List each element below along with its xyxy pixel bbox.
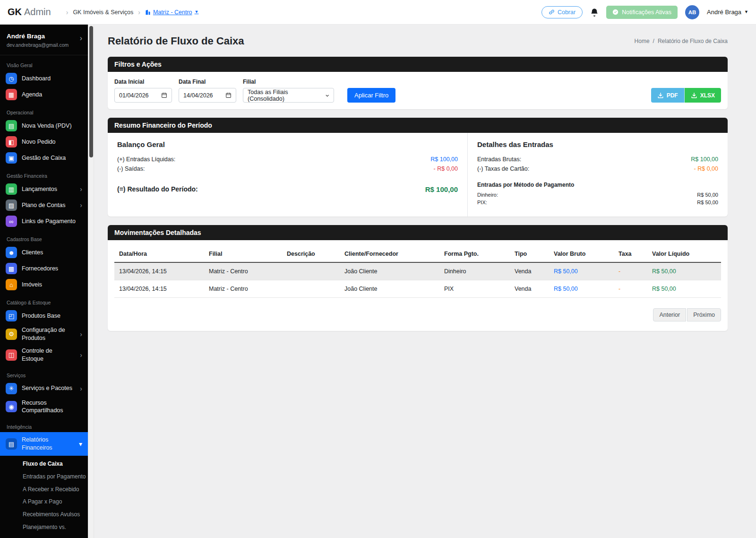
movements-card: Movimentações Detalhadas Data/Hora Filia… [108, 225, 728, 331]
col-filial: Filial [204, 246, 282, 262]
calendar-icon [161, 92, 167, 98]
balanco-title: Balanço Geral [117, 140, 458, 148]
sidebar-section-visao-geral: Visão Geral [0, 55, 88, 70]
next-page-button[interactable]: Próximo [687, 308, 721, 321]
sidebar-section-cadastros-base: Cadastros Base [0, 229, 88, 244]
table-row[interactable]: 13/04/2026, 14:15 Matriz - Centro João C… [114, 280, 721, 298]
cell-data-hora: 13/04/2026, 14:15 [114, 262, 204, 280]
suppliers-icon: ▩ [6, 263, 17, 274]
products-icon: ◰ [6, 310, 17, 321]
sidebar-item-produtos-base[interactable]: ◰ Produtos Base [0, 308, 88, 324]
taxas-cartao-label: (-) Taxas de Cartão: [477, 165, 529, 172]
payment-link-icon: ∞ [6, 216, 17, 227]
reports-icon: ▤ [6, 438, 17, 450]
breadcrumb-home-link[interactable]: Home [635, 38, 650, 44]
sidebar-item-plano-de-contas[interactable]: ▨ Plano de Contas › [0, 197, 88, 213]
breadcrumb-current: Relatório de Fluxo de Caixa [658, 38, 728, 44]
export-xlsx-button[interactable]: XLSX [685, 88, 721, 103]
table-row[interactable]: 13/04/2026, 14:15 Matriz - Centro João C… [114, 262, 721, 280]
inventory-icon: ◫ [6, 349, 17, 361]
sidebar-item-servicos-e-pacotes[interactable]: ✳ Serviços e Pacotes › [0, 381, 88, 397]
entradas-liquidas-value: R$ 100,00 [430, 156, 458, 163]
clients-icon: ☻ [6, 247, 17, 258]
resultado-label: (=) Resultado do Período: [117, 185, 198, 193]
cell-descricao [282, 280, 340, 298]
notification-bell-icon[interactable] [590, 8, 599, 17]
chart-of-accounts-icon: ▨ [6, 200, 17, 211]
sidebar-item-fornecedores[interactable]: ▩ Fornecedores [0, 260, 88, 277]
sidebar-item-nova-venda-pdv[interactable]: ▤ Nova Venda (PDV) [0, 118, 88, 134]
sidebar-item-label: Agenda [22, 91, 42, 99]
submenu-item-planejamento-vs[interactable]: Planejamento vs. [23, 521, 86, 534]
sidebar-item-label: Relatórios Financeiros [22, 436, 74, 452]
cell-valor-liquido: R$ 50,00 [647, 280, 721, 298]
submenu-item-fluxo-de-caixa[interactable]: Fluxo de Caixa [23, 458, 86, 470]
user-menu[interactable]: André Braga ▼ [707, 9, 748, 16]
col-taxa: Taxa [614, 246, 647, 262]
logo-primary: GK [8, 7, 22, 17]
notifications-label: Notificações Ativas [622, 9, 671, 16]
filters-card: Filtros e Ações Data Inicial 01/04/2026 … [108, 57, 728, 109]
apply-filter-button[interactable]: Aplicar Filtro [347, 88, 395, 103]
cell-valor-bruto: R$ 50,00 [549, 280, 614, 298]
taxas-cartao-value: - R$ 0,00 [694, 165, 718, 172]
col-data-hora: Data/Hora [114, 246, 204, 262]
branch-selector[interactable]: Matriz - Centro ▼ [145, 9, 199, 16]
check-circle-icon [612, 9, 619, 15]
sidebar-item-dashboard[interactable]: ◷ Dashboard [0, 70, 88, 87]
sidebar-section-servicos: Serviços [0, 365, 88, 381]
col-valor-liquido: Valor Líquido [647, 246, 721, 262]
chevron-down-icon [325, 93, 329, 98]
sidebar-item-agenda[interactable]: ▦ Agenda [0, 87, 88, 103]
sidebar-item-novo-pedido[interactable]: ◧ Novo Pedido [0, 134, 88, 150]
sidebar-item-clientes[interactable]: ☻ Clientes [0, 244, 88, 260]
sidebar-submenu: Fluxo de Caixa Entradas por Pagamento A … [0, 456, 88, 535]
sidebar-user-card[interactable]: André Braga dev.andrebraga@gmail.com › [0, 25, 88, 55]
sidebar-item-recursos-compartilhados[interactable]: ◉ Recursos Compartilhados [0, 397, 88, 417]
pagination: Anterior Próximo [114, 308, 721, 321]
sidebar-item-gestao-de-caixa[interactable]: ▣ Gestão de Caixa [0, 150, 88, 166]
sidebar-item-label: Lançamentos [22, 185, 57, 193]
submenu-item-recebimentos-avulsos[interactable]: Recebimentos Avulsos [23, 508, 86, 521]
submenu-item-entradas-por-pagamento[interactable]: Entradas por Pagamento [23, 470, 86, 483]
submenu-item-a-pagar-x-pago[interactable]: A Pagar x Pago [23, 495, 86, 508]
sidebar-item-label: Gestão de Caixa [22, 154, 66, 162]
filial-value: Todas as Filiais (Consolidado) [248, 89, 321, 102]
scrollbar-thumb[interactable] [89, 26, 93, 157]
chevron-right-icon: › [80, 385, 82, 392]
download-icon [691, 92, 697, 99]
avatar[interactable]: AB [685, 5, 699, 19]
sidebar-item-label: Fornecedores [22, 265, 58, 273]
entradas-liquidas-label: (+) Entradas Líquidas: [117, 156, 175, 163]
sidebar-section-inteligencia: Inteligência [0, 417, 88, 432]
sidebar-scrollbar[interactable] [88, 25, 94, 538]
cobrar-button[interactable]: Cobrar [541, 6, 583, 18]
cell-tipo: Venda [510, 280, 549, 298]
sidebar-user-name: André Braga [7, 33, 81, 40]
order-icon: ◧ [6, 136, 17, 148]
export-pdf-button[interactable]: PDF [651, 88, 685, 103]
resultado-value: R$ 100,00 [425, 185, 458, 193]
previous-page-button[interactable]: Anterior [653, 308, 686, 321]
sidebar-item-label: Links de Pagamento [22, 217, 76, 226]
sidebar-item-imoveis[interactable]: ⌂ Imóveis [0, 277, 88, 293]
pdf-label: PDF [667, 92, 678, 99]
sidebar-item-lancamentos[interactable]: ▥ Lançamentos › [0, 181, 88, 197]
cell-filial: Matriz - Centro [204, 262, 282, 280]
sidebar-item-links-de-pagamento[interactable]: ∞ Links de Pagamento [0, 213, 88, 229]
data-inicial-input[interactable]: 01/04/2026 [114, 88, 172, 103]
col-tipo: Tipo [510, 246, 549, 262]
filial-label: Filial [243, 78, 334, 85]
saidas-label: (-) Saídas: [117, 165, 145, 172]
sidebar-item-controle-de-estoque[interactable]: ◫ Controle de Estoque › [0, 345, 88, 365]
product-config-gear-icon: ⚙ [6, 329, 17, 340]
app-logo[interactable]: GK Admin [8, 7, 51, 17]
sidebar-item-relatorios-financeiros[interactable]: ▤ Relatórios Financeiros ▾ [0, 432, 88, 456]
sidebar-item-configuracao-de-produtos[interactable]: ⚙ Configuração de Produtos › [0, 324, 88, 345]
filial-select[interactable]: Todas as Filiais (Consolidado) [243, 88, 334, 103]
shared-resources-icon: ◉ [6, 401, 17, 412]
data-final-input[interactable]: 14/04/2026 [179, 88, 236, 103]
notifications-active-button[interactable]: Notificações Ativas [606, 6, 678, 19]
xlsx-label: XLSX [700, 92, 715, 99]
submenu-item-a-receber-x-recebido[interactable]: A Receber x Recebido [23, 483, 86, 496]
